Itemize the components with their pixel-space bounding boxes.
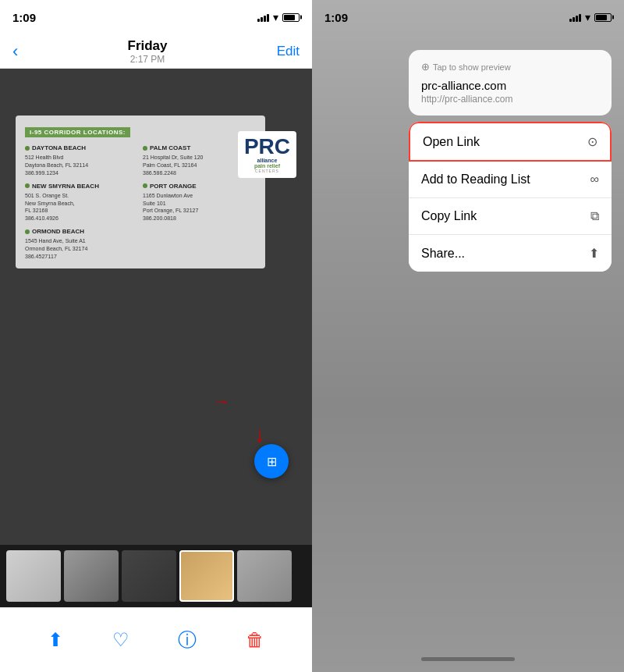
right-status-icons: ▾ <box>569 11 612 23</box>
menu-item-copy-link[interactable]: Copy Link ⧉ <box>409 198 612 235</box>
prc-logo: PRC alliance pain relief CENTERS <box>238 131 296 178</box>
thumbnail-3[interactable] <box>122 550 176 602</box>
preview-domain: prc-alliance.com <box>421 79 599 92</box>
back-button[interactable]: ‹ <box>12 41 18 62</box>
home-indicator <box>312 645 624 672</box>
copy-link-label: Copy Link <box>421 209 477 223</box>
photo-viewer: I-95 CORRIDOR LOCATIONS: DAYTONA BEACH 5… <box>0 69 312 545</box>
signal-icon <box>257 12 269 22</box>
thumbnail-5[interactable] <box>237 550 292 602</box>
battery-icon <box>282 13 300 22</box>
bottom-toolbar: ⬆ ♡ ⓘ 🗑 <box>0 607 312 672</box>
right-battery-icon <box>594 13 612 22</box>
scan-button[interactable]: ⊞ <box>254 444 289 478</box>
delete-button[interactable]: 🗑 <box>246 629 264 651</box>
photo-thumbnails-strip <box>0 545 312 607</box>
infinity-icon: ∞ <box>590 172 599 187</box>
right-overlay: 1:09 ▾ ⊕ Tap to show preview <box>312 0 624 672</box>
arrow-right-icon: → <box>213 392 230 412</box>
right-wifi-icon: ▾ <box>585 11 590 23</box>
compass-icon: ⊙ <box>587 134 597 149</box>
reading-list-label: Add to Reading List <box>421 172 530 187</box>
left-status-time: 1:09 <box>12 11 36 24</box>
left-status-bar: 1:09 ▾ <box>0 0 312 34</box>
nav-bar: ‹ Friday 2:17 PM Edit <box>0 34 312 69</box>
right-status-time: 1:09 <box>324 11 348 24</box>
left-phone-panel: 1:09 ▾ ‹ Friday 2:17 PM Edit <box>0 0 312 672</box>
location-port-orange: PORT ORANGE 1165 Dunlawton AveSuite 101P… <box>143 182 256 222</box>
nav-title: Friday <box>128 38 168 54</box>
home-bar <box>421 657 515 661</box>
right-status-bar: 1:09 ▾ <box>312 0 624 34</box>
nav-title-area: Friday 2:17 PM <box>128 38 168 65</box>
favorite-button[interactable]: ♡ <box>112 629 129 651</box>
thumbnail-2[interactable] <box>64 550 119 602</box>
prc-centers-text: CENTERS <box>244 169 290 173</box>
context-menu-area: ⊕ Tap to show preview prc-alliance.com h… <box>312 34 624 645</box>
prc-logo-text: PRC <box>244 136 290 158</box>
edit-button[interactable]: Edit <box>277 44 300 59</box>
sign-header: I-95 CORRIDOR LOCATIONS: <box>25 127 130 137</box>
preview-url: http://prc-alliance.com <box>421 94 599 105</box>
share-label: Share... <box>421 247 465 261</box>
right-signal-icon <box>569 12 581 22</box>
thumbnail-1[interactable] <box>6 550 61 602</box>
arrow-down-icon: ↓ <box>254 422 265 447</box>
prc-pain-text: pain relief <box>244 163 290 169</box>
share-icon: ⬆ <box>589 246 599 261</box>
location-new-smyrna: NEW SMYRNA BEACH 501 S. Orange St.New Sm… <box>25 182 138 222</box>
prc-alliance-text: alliance <box>244 158 290 163</box>
link-preview-card[interactable]: ⊕ Tap to show preview prc-alliance.com h… <box>409 50 612 116</box>
menu-item-reading-list[interactable]: Add to Reading List ∞ <box>409 162 612 198</box>
context-menu: Open Link ⊙ Add to Reading List ∞ Copy L… <box>409 122 612 272</box>
open-link-label: Open Link <box>423 135 480 149</box>
tap-to-preview-text: ⊕ Tap to show preview <box>421 61 599 73</box>
copy-icon: ⧉ <box>590 209 599 223</box>
left-status-icons: ▾ <box>257 11 300 23</box>
menu-item-share[interactable]: Share... ⬆ <box>409 235 612 272</box>
location-ormond: ORMOND BEACH 1545 Hand Ave, Suite A1Ormo… <box>25 227 256 261</box>
nav-subtitle: 2:17 PM <box>128 54 168 65</box>
location-daytona: DAYTONA BEACH 512 Health BlvdDaytona Bea… <box>25 144 138 177</box>
wifi-icon: ▾ <box>273 11 278 23</box>
share-button[interactable]: ⬆ <box>48 629 63 651</box>
menu-item-open-link[interactable]: Open Link ⊙ <box>409 122 612 162</box>
right-phone-panel: 1:09 ▾ ⊕ Tap to show preview <box>312 0 624 672</box>
info-button[interactable]: ⓘ <box>178 628 197 652</box>
thumbnail-4-selected[interactable] <box>179 550 234 602</box>
